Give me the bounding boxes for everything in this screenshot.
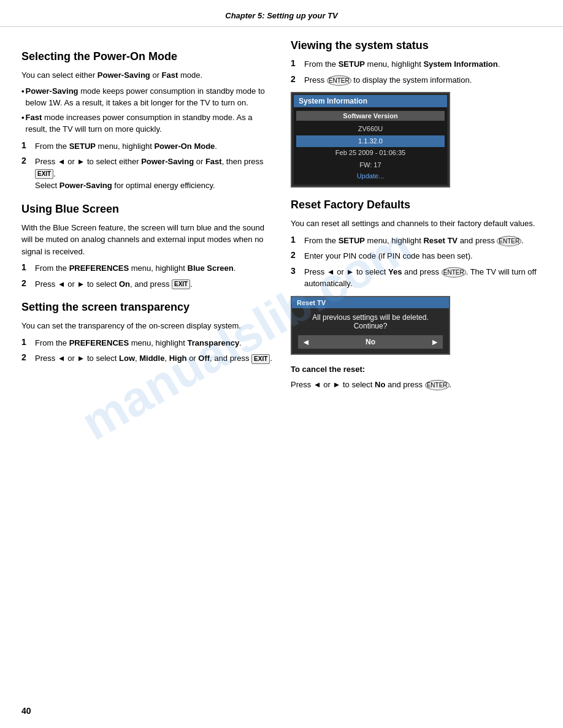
exit-key-1: EXIT [35,169,53,179]
step-2-transparency: 2 Press ◄ or ► to select Low, Middle, Hi… [21,352,272,365]
step-1-power-on: 1 From the SETUP menu, highlight Power-O… [21,140,272,153]
section-title-reset-factory: Reset Factory Defaults [291,199,542,211]
content-area: Selecting the Power-On Mode You can sele… [0,33,563,401]
bullet-text-fast: Fast mode increases power consumption in… [26,112,272,135]
dialog-no-button: No [366,338,375,346]
section-power-on-mode: Selecting the Power-On Mode You can sele… [21,50,272,192]
screenshot-row-1: ZV660U [296,123,445,135]
step-text-1-blue-screen: From the PREFERENCES menu, highlight Blu… [35,262,236,275]
step-1-reset: 1 From the SETUP menu, highlight Reset T… [291,235,542,247]
screenshot-row-2: 1.1.32.0 [296,135,445,148]
step-num-tr-1: 1 [21,337,30,347]
step-num-1: 1 [21,140,30,150]
cancel-reset-text: Press ◄ or ► to select No and press ENTE… [291,379,542,391]
screenshot-title: System Information [294,95,447,107]
enter-key-2: ENTER [497,236,521,246]
step-num-2: 2 [21,156,30,165]
screenshot-row-4: FW: 17 [296,159,445,172]
page-number: 40 [21,706,31,716]
step-num-rf-1: 1 [291,235,299,245]
step-text-1-power-on: From the SETUP menu, highlight Power-On … [35,140,217,153]
enter-key-4: ENTER [425,380,450,390]
step-2-blue-screen: 2 Press ◄ or ► to select On, and press E… [21,278,272,290]
steps-transparency: 1 From the PREFERENCES menu, highlight T… [21,337,272,365]
step-text-1-reset: From the SETUP menu, highlight Reset TV … [304,235,524,247]
step-1-system-status: 1 From the SETUP menu, highlight System … [291,58,542,70]
steps-system-status: 1 From the SETUP menu, highlight System … [291,58,542,86]
step-2-reset: 2 Enter your PIN code (if PIN code has b… [291,250,542,262]
bullet-item-fast: • Fast mode increases power consumption … [21,112,272,135]
step-text-1-system-status: From the SETUP menu, highlight System In… [304,58,500,70]
step-2-system-status: 2 Press ENTER to display the system info… [291,74,542,86]
steps-blue-screen: 1 From the PREFERENCES menu, highlight B… [21,262,272,290]
bullet-item-power-saving: • Power-Saving mode keeps power consumpt… [21,85,272,109]
screenshot-col-header: Software Version [296,111,445,121]
section-blue-screen: Using Blue Screen With the Blue Screen f… [21,203,272,290]
cancel-reset-heading: To cancel the reset: [291,363,542,376]
dialog-message: All previous settings will be deleted. C… [298,313,443,330]
cancel-reset-section: To cancel the reset: Press ◄ or ► to sel… [291,363,542,391]
step-num-ss-2: 2 [291,74,299,84]
bullet-dot-1: • [21,85,25,97]
bullet-text-power-saving: Power-Saving mode keeps power consumptio… [26,85,272,109]
bullet-list-power-on: • Power-Saving mode keeps power consumpt… [21,85,272,135]
dialog-right-arrow: ► [431,337,439,347]
dialog-left-arrow: ◄ [302,337,310,347]
enter-key-1: ENTER [327,75,351,86]
section-title-power-on-mode: Selecting the Power-On Mode [21,50,272,63]
enter-key-3: ENTER [442,267,466,278]
dialog-title: Reset TV [292,297,449,308]
section-intro-transparency: You can set the transparency of the on-s… [21,320,272,332]
section-intro-reset-factory: You can reset all settings and channels … [291,218,542,230]
step-num-bs-1: 1 [21,262,30,272]
left-column: Selecting the Power-On Mode You can sele… [21,39,272,395]
exit-key-3: EXIT [251,354,270,364]
step-num-tr-2: 2 [21,352,30,362]
screenshot-link: Update... [296,171,445,181]
step-num-rf-3: 3 [291,266,299,276]
right-column: Viewing the system status 1 From the SET… [291,39,542,395]
exit-key-2: EXIT [172,279,190,289]
section-reset-factory: Reset Factory Defaults You can reset all… [291,199,542,391]
section-system-status: Viewing the system status 1 From the SET… [291,39,542,188]
section-screen-transparency: Setting the screen transparency You can … [21,301,272,365]
section-title-transparency: Setting the screen transparency [21,301,272,314]
screenshot-inner: Software Version ZV660U 1.1.32.0 Feb 25 … [294,107,447,184]
page-wrapper: manualslib.com Chapter 5: Setting up you… [0,0,563,728]
step-1-blue-screen: 1 From the PREFERENCES menu, highlight B… [21,262,272,275]
step-text-2-power-on: Press ◄ or ► to select either Power-Savi… [35,156,272,192]
section-intro-blue-screen: With the Blue Screen feature, the screen… [21,222,272,258]
bullet-dot-2: • [21,112,25,124]
page-footer: 40 [21,706,31,716]
step-text-2-reset: Enter your PIN code (if PIN code has bee… [304,250,473,262]
step-text-1-transparency: From the PREFERENCES menu, highlight Tra… [35,337,242,349]
chapter-title: Chapter 5: Setting up your TV [225,11,337,20]
step-num-bs-2: 2 [21,278,30,288]
step-2-power-on: 2 Press ◄ or ► to select either Power-Sa… [21,156,272,192]
steps-power-on: 1 From the SETUP menu, highlight Power-O… [21,140,272,192]
section-intro-power-on: You can select either Power-Saving or Fa… [21,69,272,82]
dialog-buttons: ◄ No ► [298,335,443,349]
step-1-transparency: 1 From the PREFERENCES menu, highlight T… [21,337,272,349]
section-title-system-status: Viewing the system status [291,39,542,52]
page-header: Chapter 5: Setting up your TV [0,0,563,27]
screenshot-row-3: Feb 25 2009 - 01:06:35 [296,147,445,159]
dialog-inner: All previous settings will be deleted. C… [292,308,449,354]
section-title-blue-screen: Using Blue Screen [21,203,272,216]
reset-tv-dialog: Reset TV All previous settings will be d… [291,296,450,355]
step-num-ss-1: 1 [291,58,299,68]
step-text-2-blue-screen: Press ◄ or ► to select On, and press EXI… [35,278,193,290]
step-text-2-system-status: Press ENTER to display the system inform… [304,74,472,86]
step-num-rf-2: 2 [291,250,299,260]
steps-reset-factory: 1 From the SETUP menu, highlight Reset T… [291,235,542,290]
system-info-screenshot: System Information Software Version ZV66… [291,92,450,188]
step-text-2-transparency: Press ◄ or ► to select Low, Middle, High… [35,352,272,365]
step-3-reset: 3 Press ◄ or ► to select Yes and press E… [291,266,542,290]
step-text-3-reset: Press ◄ or ► to select Yes and press ENT… [304,266,542,290]
